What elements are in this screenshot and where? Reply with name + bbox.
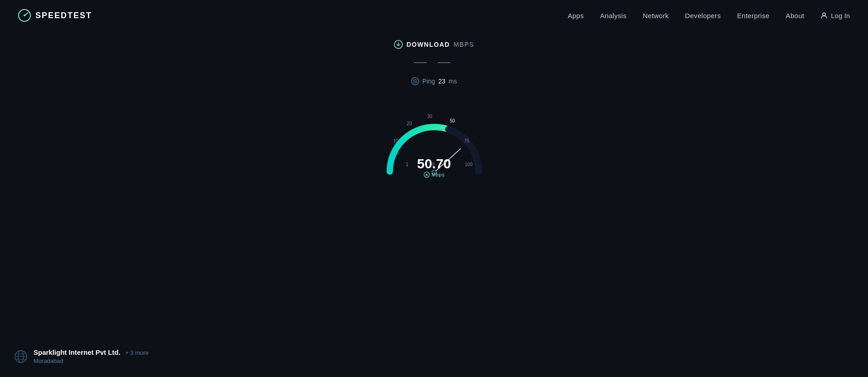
- ping-unit: ms: [448, 78, 457, 85]
- svg-text:75: 75: [464, 138, 470, 143]
- globe-icon: [14, 349, 28, 364]
- download-label-row: DOWNLOAD Mbps: [394, 40, 475, 49]
- nav-item-network[interactable]: Network: [643, 12, 669, 20]
- isp-name: Sparklight Internet Pvt Ltd.: [34, 348, 121, 356]
- nav-item-analysis[interactable]: Analysis: [600, 12, 626, 20]
- ping-label: Ping: [422, 78, 435, 85]
- svg-point-6: [414, 81, 416, 82]
- nav-item-apps[interactable]: Apps: [568, 12, 584, 20]
- svg-point-1: [24, 15, 25, 16]
- gauge-unit-label: Mbps: [432, 172, 445, 177]
- nav-item-about[interactable]: About: [786, 12, 805, 20]
- ping-value: 23: [438, 78, 446, 85]
- svg-text:5: 5: [397, 150, 399, 155]
- main-content: DOWNLOAD Mbps — — Ping 23 ms: [0, 0, 868, 377]
- nav-item-enterprise[interactable]: Enterprise: [737, 12, 769, 20]
- header: SPEEDTEST Apps Analysis Network Develope…: [0, 0, 868, 31]
- logo-text: SPEEDTEST: [35, 11, 92, 20]
- svg-point-2: [823, 13, 825, 16]
- download-icon: [394, 40, 403, 49]
- speed-unit-row: Mbps: [423, 171, 445, 178]
- user-icon: [820, 12, 828, 19]
- svg-text:50: 50: [450, 118, 455, 123]
- isp-more[interactable]: + 3 more: [125, 349, 149, 356]
- isp-info: Sparklight Internet Pvt Ltd. + 3 more Mo…: [14, 348, 149, 364]
- isp-name-row: Sparklight Internet Pvt Ltd. + 3 more: [34, 348, 149, 357]
- ping-row: Ping 23 ms: [411, 77, 457, 85]
- download-unit: Mbps: [454, 41, 475, 48]
- speed-placeholder: — —: [414, 54, 454, 69]
- ping-icon: [411, 77, 419, 85]
- svg-text:30: 30: [427, 114, 432, 119]
- svg-text:10: 10: [393, 138, 398, 143]
- speed-readout: 50.70 Mbps: [417, 157, 451, 178]
- isp-text-block: Sparklight Internet Pvt Ltd. + 3 more Mo…: [34, 348, 149, 364]
- speed-gauge: 0 1 5 10 20 30 50 75 100: [380, 99, 489, 190]
- svg-text:1: 1: [406, 162, 408, 167]
- login-label: Log In: [831, 12, 850, 20]
- svg-text:20: 20: [407, 121, 412, 126]
- svg-text:100: 100: [465, 162, 472, 167]
- download-word: DOWNLOAD: [407, 41, 450, 48]
- nav-item-developers[interactable]: Developers: [685, 12, 721, 20]
- main-nav: Apps Analysis Network Developers Enterpr…: [568, 12, 850, 20]
- logo-area[interactable]: SPEEDTEST: [18, 9, 92, 22]
- speed-value: 50.70: [417, 157, 451, 171]
- isp-city: Moradabad: [34, 357, 149, 364]
- speedtest-logo-icon: [18, 9, 31, 22]
- gauge-unit-icon: [423, 171, 430, 178]
- login-button[interactable]: Log In: [820, 12, 850, 20]
